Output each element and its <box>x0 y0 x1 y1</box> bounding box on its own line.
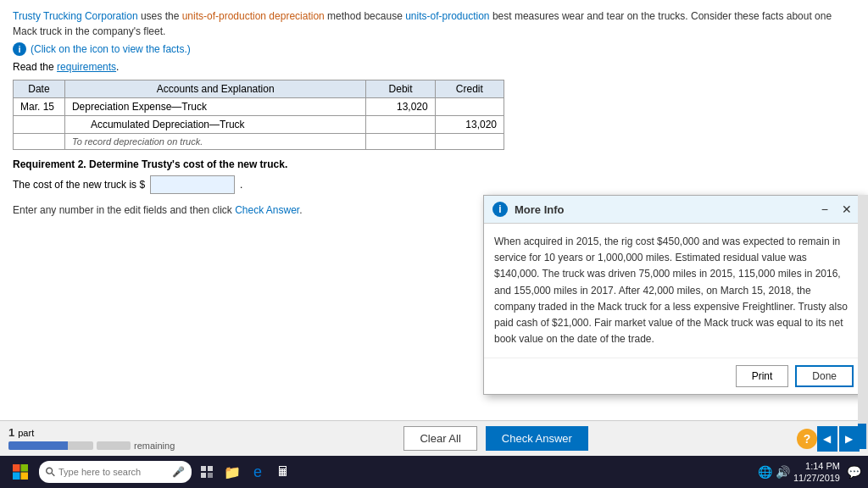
click-info-text: (Click on the icon to view the facts.) <box>31 43 191 55</box>
taskbar-search-input[interactable] <box>58 467 169 477</box>
click-info-row: i (Click on the icon to view the facts.) <box>13 42 855 56</box>
read-req-label: Read the <box>13 61 57 73</box>
search-icon <box>46 467 55 477</box>
done-button[interactable]: Done <box>795 365 854 387</box>
mic-icon: 🎤 <box>172 466 185 478</box>
print-button[interactable]: Print <box>736 365 789 387</box>
svg-rect-6 <box>201 466 206 471</box>
requirement-2-section: Requirement 2. Determine Trusty's cost o… <box>13 158 855 194</box>
modal-minimize-button[interactable]: − <box>818 201 832 218</box>
time-display: 1:14 PM <box>793 460 840 472</box>
bottom-bar: 1 part remaining Clear All Check Answer … <box>0 420 868 456</box>
progress-fill <box>8 441 68 450</box>
svg-line-5 <box>52 473 54 475</box>
help-button[interactable]: ? <box>797 429 817 449</box>
clear-all-button[interactable]: Clear All <box>403 426 476 451</box>
company-name: Trusty Trucking Corporation <box>13 10 138 22</box>
modal-header: i More Info − ✕ <box>484 196 864 224</box>
cell-date <box>14 134 65 150</box>
calculator-icon[interactable]: 🖩 <box>273 462 293 482</box>
svg-rect-0 <box>13 464 20 472</box>
period: . <box>240 179 242 191</box>
svg-rect-7 <box>208 466 213 471</box>
volume-icon: 🔊 <box>776 465 790 479</box>
task-view-icon[interactable] <box>197 462 217 482</box>
check-answer-button[interactable]: Check Answer <box>486 426 588 451</box>
read-requirements-row: Read the requirements. <box>13 61 855 73</box>
modal-info-icon: i <box>492 202 508 217</box>
cell-debit <box>366 134 435 150</box>
taskview-icon <box>200 465 214 479</box>
cell-note: To record depreciation on truck. <box>64 134 366 150</box>
cell-account: Depreciation Expense—Truck <box>64 98 366 116</box>
table-row: Accumulated Depreciation—Truck 13,020 <box>14 116 504 134</box>
nav-buttons: ◀ ▶ <box>817 426 860 452</box>
method-name2: units-of-production <box>405 10 489 22</box>
cell-date: Mar. 15 <box>14 98 65 116</box>
table-row: Mar. 15 Depreciation Expense—Truck 13,02… <box>14 98 504 116</box>
cost-row: The cost of the new truck is $ . <box>13 175 855 194</box>
svg-rect-1 <box>21 464 29 472</box>
taskbar-time: 1:14 PM 11/27/2019 <box>793 460 840 485</box>
more-info-modal: i More Info − ✕ When acquired in 2015, t… <box>483 195 865 395</box>
intro-paragraph: Trusty Trucking Corporation uses the uni… <box>13 8 855 39</box>
cell-debit <box>366 116 435 134</box>
journal-entry-table: Date Accounts and Explanation Debit Cred… <box>13 80 504 150</box>
cost-label: The cost of the new truck is $ <box>13 179 145 191</box>
col-date: Date <box>14 80 65 98</box>
file-explorer-icon[interactable]: 📁 <box>222 462 242 482</box>
svg-rect-2 <box>13 473 20 480</box>
col-debit: Debit <box>366 80 435 98</box>
svg-rect-3 <box>21 473 29 480</box>
modal-body-text: When acquired in 2015, the rig cost $450… <box>494 234 854 347</box>
modal-footer: Print Done <box>484 358 864 394</box>
modal-body: When acquired in 2015, the rig cost $450… <box>484 224 864 358</box>
req-desc: Determine Trusty's cost of the new truck… <box>89 158 287 170</box>
part-word: part <box>18 428 34 438</box>
date-display: 11/27/2019 <box>793 472 840 484</box>
modal-close-button[interactable]: ✕ <box>838 201 855 218</box>
bottom-center-actions: Clear All Check Answer <box>403 426 588 451</box>
req-bold: Requirement 2. <box>13 158 86 170</box>
cell-credit <box>435 98 504 116</box>
cell-date <box>14 116 65 134</box>
notification-icon[interactable]: 💬 <box>847 465 861 479</box>
svg-rect-8 <box>201 473 206 478</box>
method-name: units-of-production depreciation <box>182 10 325 22</box>
windows-start-button[interactable] <box>7 460 34 484</box>
progress-bar2 <box>97 441 131 450</box>
taskbar: 🎤 📁 e 🖩 🌐 🔊 1:14 PM 11/27/2019 💬 <box>0 456 868 488</box>
taskbar-right: 🌐 🔊 1:14 PM 11/27/2019 💬 <box>758 460 861 485</box>
next-button[interactable]: ▶ <box>839 426 860 452</box>
info-icon[interactable]: i <box>13 42 26 56</box>
col-accounts: Accounts and Explanation <box>64 80 366 98</box>
req-title: Requirement 2. Determine Trusty's cost o… <box>13 158 855 170</box>
progress-bar <box>8 441 93 450</box>
cell-debit: 13,020 <box>366 98 435 116</box>
table-row: To record depreciation on truck. <box>14 134 504 150</box>
windows-logo-icon <box>12 463 29 480</box>
cell-account: Accumulated Depreciation—Truck <box>64 116 366 134</box>
taskbar-search-bar[interactable]: 🎤 <box>39 461 192 483</box>
col-credit: Credit <box>435 80 504 98</box>
network-icon: 🌐 <box>758 465 772 479</box>
requirements-link[interactable]: requirements <box>57 61 116 73</box>
nav-section: ? ◀ ▶ <box>817 426 860 452</box>
cell-credit <box>435 134 504 150</box>
cell-credit: 13,020 <box>435 116 504 134</box>
svg-point-4 <box>47 468 53 474</box>
remaining-label: remaining <box>134 441 175 451</box>
check-answer-link[interactable]: Check Answer <box>235 204 299 216</box>
edge-browser-icon[interactable]: e <box>248 462 268 482</box>
part-info: 1 part remaining <box>8 426 175 451</box>
prev-button[interactable]: ◀ <box>817 426 837 452</box>
svg-rect-9 <box>208 473 213 478</box>
part-number: 1 <box>8 426 14 439</box>
modal-title: More Info <box>515 203 811 216</box>
cost-input[interactable] <box>150 175 235 194</box>
